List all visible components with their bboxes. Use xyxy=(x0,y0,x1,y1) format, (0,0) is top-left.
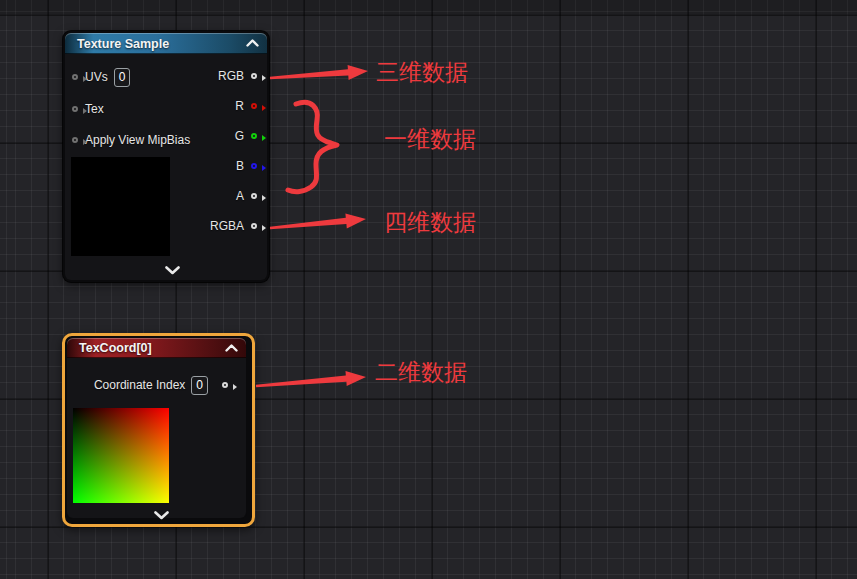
coordinate-index-field[interactable]: 0 xyxy=(191,376,208,395)
pin-label: B xyxy=(236,159,244,173)
pin-label: A xyxy=(236,189,244,203)
texture-sample-header[interactable]: Texture Sample xyxy=(65,33,267,54)
coordinate-index-row: Coordinate Index 0 xyxy=(67,375,246,395)
node-texture-sample[interactable]: Texture Sample UVs 0 Tex Apply View MipB… xyxy=(63,31,269,282)
pin-r-output[interactable] xyxy=(251,103,257,109)
pin-rgb-output[interactable] xyxy=(251,73,257,79)
top-shade xyxy=(0,0,857,14)
pin-uvs-input[interactable] xyxy=(72,74,78,80)
curly-brace xyxy=(288,102,337,191)
annotation-rgba: 四维数据 xyxy=(384,210,476,234)
arrow-rgba xyxy=(270,213,366,229)
annotation-rgb: 三维数据 xyxy=(376,60,468,84)
output-row-b: B xyxy=(236,158,262,174)
node-texcoord[interactable]: TexCoord[0] Coordinate Index 0 xyxy=(66,337,247,519)
pin-b-output[interactable] xyxy=(251,163,257,169)
pin-mipbias-input[interactable] xyxy=(72,137,78,143)
arrow-uv xyxy=(256,371,366,387)
pin-tex-input[interactable] xyxy=(72,106,78,112)
output-row-a: A xyxy=(236,188,262,204)
uv-gradient-preview xyxy=(73,408,169,503)
texcoord-header[interactable]: TexCoord[0] xyxy=(67,338,246,358)
chevron-down-icon[interactable] xyxy=(154,511,169,520)
pin-rgba-output[interactable] xyxy=(251,223,257,229)
material-graph-canvas[interactable]: Texture Sample UVs 0 Tex Apply View MipB… xyxy=(0,0,857,579)
output-row-rgba: RGBA xyxy=(210,218,262,234)
annotation-single-channel: 一维数据 xyxy=(384,127,476,151)
annotation-uv: 二维数据 xyxy=(375,360,467,384)
pin-label: Tex xyxy=(85,102,104,116)
pin-label: RGB xyxy=(218,69,244,83)
output-row-rgb: RGB xyxy=(218,68,262,84)
texcoord-title: TexCoord[0] xyxy=(79,341,152,355)
pin-g-output[interactable] xyxy=(251,133,257,139)
node-texcoord-selection-border: TexCoord[0] Coordinate Index 0 xyxy=(62,333,255,527)
pin-label: G xyxy=(235,129,244,143)
chevron-up-icon[interactable] xyxy=(225,344,238,352)
coordinate-index-label: Coordinate Index xyxy=(94,378,185,392)
pin-uv-output[interactable] xyxy=(222,382,228,388)
pin-a-output[interactable] xyxy=(251,193,257,199)
output-row-r: R xyxy=(235,98,262,114)
uvs-value-field[interactable]: 0 xyxy=(114,68,131,87)
pin-label: Apply View MipBias xyxy=(85,133,190,147)
chevron-up-icon[interactable] xyxy=(246,39,259,47)
chevron-down-icon[interactable] xyxy=(165,266,180,275)
output-row-g: G xyxy=(235,128,262,144)
pin-label: UVs xyxy=(85,70,108,84)
texture-preview xyxy=(71,157,170,256)
arrow-rgb xyxy=(270,65,368,80)
input-row-tex: Tex xyxy=(72,101,104,117)
input-row-uvs: UVs 0 xyxy=(72,69,130,85)
pin-label: R xyxy=(235,99,244,113)
pin-label: RGBA xyxy=(210,219,244,233)
input-row-mipbias: Apply View MipBias xyxy=(72,132,190,148)
texture-sample-title: Texture Sample xyxy=(77,37,169,51)
